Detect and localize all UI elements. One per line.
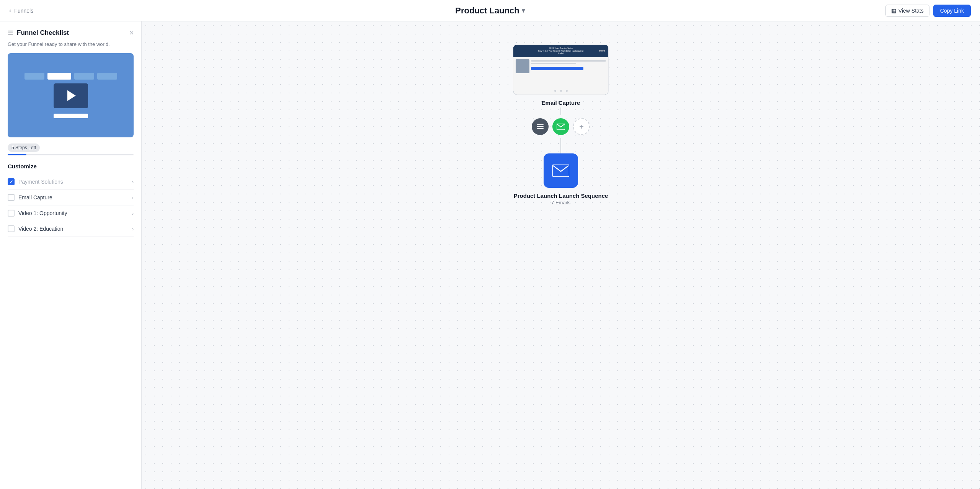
checkbox-video2 [8,225,15,232]
hamburger-icon: ☰ [8,29,13,37]
email-envelope-large-icon [552,165,569,177]
sidebar-title: Funnel Checklist [17,29,69,37]
page-preview: FREE Video Training SeriesHow To Get You… [513,45,608,95]
list-line-1 [537,124,544,125]
preview-avatar [516,59,529,73]
header-actions: ▦ View Stats Copy Link [885,5,971,17]
copy-link-button[interactable]: Copy Link [933,5,971,17]
list-line-2 [537,126,544,127]
view-stats-button[interactable]: ▦ View Stats [885,5,929,17]
play-triangle-icon [67,90,76,101]
funnels-back-label: Funnels [14,8,33,14]
checkbox-video1 [8,210,15,217]
copy-link-label: Copy Link [940,8,964,14]
play-button[interactable] [54,83,88,108]
sidebar-title-row: ☰ Funnel Checklist [8,29,69,37]
chevron-right-icon-video1: › [132,210,134,216]
checkbox-email-capture [8,194,15,201]
svg-rect-2 [552,165,569,177]
sidebar-close-button[interactable]: × [129,29,134,36]
main-layout: ☰ Funnel Checklist × Get your Funnel rea… [0,21,980,489]
preview-header-text: FREE Video Training SeriesHow To Get You… [516,47,605,55]
preview-dot-1 [554,90,556,92]
email-capture-label: Email Capture [542,99,580,106]
progress-bar [8,154,134,155]
list-line-3 [537,128,544,129]
connector-line-top [560,108,561,115]
email-sequence-icon-box[interactable] [544,153,578,188]
sidebar-header: ☰ Funnel Checklist × [8,29,134,37]
chevron-right-icon-payment: › [132,179,134,185]
app-header: ‹ Funnels Product Launch ▾ ▦ View Stats … [0,0,980,21]
progress-bar-fill [8,154,26,155]
email-sequence-node: Product Launch Launch Sequence 7 Emails [514,153,608,205]
email-capture-more-button[interactable]: ••• [599,48,605,54]
checklist-label-video1: Video 1: Opportunity [18,210,67,216]
checklist-label-payment: Payment Solutions [18,179,63,185]
back-nav[interactable]: ‹ Funnels [9,7,33,14]
chevron-right-icon-video2: › [132,226,134,232]
list-lines-icon [537,124,544,129]
checklist-item-video2[interactable]: Video 2: Education › [8,221,134,237]
checkbox-payment [8,178,15,185]
sidebar-subtitle: Get your Funnel ready to share with the … [8,41,134,47]
email-capture-card[interactable]: FREE Video Training SeriesHow To Get You… [513,44,609,95]
email-action-icon[interactable] [552,118,569,135]
preview-dot-2 [560,90,562,92]
preview-line-1 [531,60,606,62]
funnel-checklist-sidebar: ☰ Funnel Checklist × Get your Funnel rea… [0,21,142,489]
email-sequence-label: Product Launch Launch Sequence [514,192,608,199]
checklist-item-left-payment: Payment Solutions [8,178,63,185]
page-title-area: Product Launch ▾ [455,6,524,16]
preview-line-2 [531,63,576,64]
bar-chart-icon: ▦ [891,8,896,14]
connector-section: + [532,108,590,153]
email-capture-preview: FREE Video Training SeriesHow To Get You… [513,45,608,95]
page-title: Product Launch [455,6,519,16]
checklist-item-left-video2: Video 2: Education [8,225,63,232]
chevron-left-icon: ‹ [9,7,11,14]
checklist-label-email-capture: Email Capture [18,194,52,200]
preview-footer [513,87,608,95]
tutorial-video-thumbnail[interactable] [8,53,134,137]
preview-header: FREE Video Training SeriesHow To Get You… [513,45,608,57]
title-dropdown-arrow[interactable]: ▾ [522,7,525,14]
video-top-decoration [24,73,117,80]
preview-cta-button [531,67,583,70]
preview-text-lines [531,59,606,85]
connector-line-bottom [560,138,561,153]
customize-section-label: Customize [8,163,134,170]
email-sequence-sublabel: 7 Emails [551,200,570,205]
funnel-canvas: FREE Video Training SeriesHow To Get You… [142,21,980,489]
add-action-icon[interactable]: + [573,118,590,135]
checklist-item-video1[interactable]: Video 1: Opportunity › [8,205,134,221]
video-bottom-bar [54,114,88,118]
checklist-item-email-capture[interactable]: Email Capture › [8,190,134,205]
checklist-label-video2: Video 2: Education [18,226,63,232]
preview-dot-3 [566,90,568,92]
view-stats-label: View Stats [898,8,924,14]
preview-body [513,57,608,87]
checklist-item-payment[interactable]: Payment Solutions › [8,174,134,190]
checklist-item-left-video1: Video 1: Opportunity [8,210,67,217]
steps-left-badge: 5 Steps Left [8,143,40,152]
email-capture-node: FREE Video Training SeriesHow To Get You… [513,44,609,108]
chevron-right-icon-email: › [132,195,134,200]
action-icons-row: + [532,118,590,135]
list-action-icon[interactable] [532,118,549,135]
checklist-item-left-email: Email Capture [8,194,52,201]
email-envelope-small-icon [557,124,565,130]
plus-icon: + [579,123,584,130]
